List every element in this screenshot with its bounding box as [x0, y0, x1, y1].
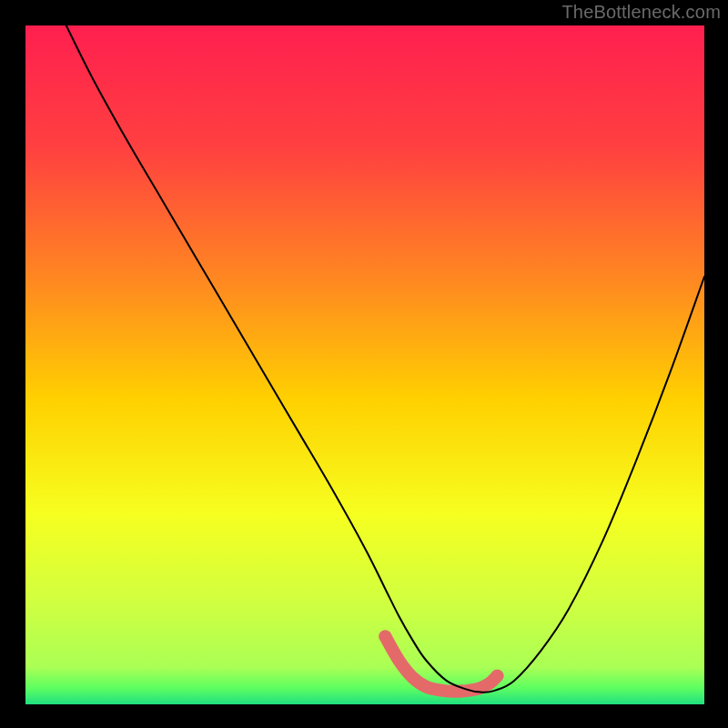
- optimal-zone-endpoint: [490, 670, 503, 682]
- gradient-background: [25, 25, 704, 704]
- optimal-zone-endpoint: [379, 630, 391, 642]
- watermark-text: TheBottleneck.com: [561, 2, 721, 23]
- chart-stage: TheBottleneck.com: [0, 0, 728, 728]
- chart-svg: [0, 0, 728, 728]
